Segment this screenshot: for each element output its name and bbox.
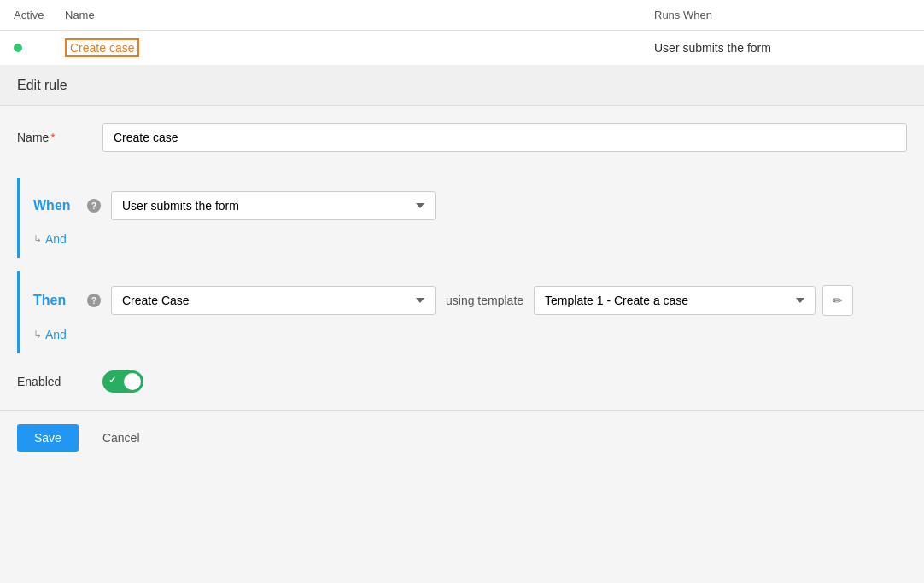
save-button[interactable]: Save <box>17 424 79 452</box>
enabled-row: Enabled ✓ <box>0 353 924 410</box>
then-bordered-block: Then ? Create Case Send Email Update Fie… <box>17 271 907 353</box>
pencil-icon: ✏ <box>833 294 843 307</box>
table-header: Active Name Runs When <box>0 0 924 31</box>
when-label: When <box>33 198 80 213</box>
when-block-wrapper: When ? User submits the form User views … <box>0 178 924 258</box>
rule-name-link[interactable]: Create case <box>65 38 139 57</box>
header-name: Name <box>65 9 654 21</box>
when-condition-row: When ? User submits the form User views … <box>20 178 907 229</box>
then-and-row: ↳ And <box>20 324 907 353</box>
enabled-label: Enabled <box>17 375 85 388</box>
name-section: Name* <box>0 106 924 178</box>
active-dot-icon <box>14 44 22 52</box>
header-active: Active <box>14 9 65 21</box>
when-and-link[interactable]: And <box>45 232 67 246</box>
edit-rule-panel: Edit rule Name* When ? User submits the … <box>0 66 924 465</box>
when-help-icon[interactable]: ? <box>87 199 101 213</box>
footer-row: Save Cancel <box>0 410 924 465</box>
toggle-thumb <box>124 373 141 390</box>
section-divider <box>0 258 924 271</box>
then-and-arrow-icon: ↳ <box>33 329 42 341</box>
then-label: Then <box>33 293 80 308</box>
table-row: Create case User submits the form <box>0 31 924 66</box>
name-input[interactable] <box>102 123 907 152</box>
rule-name-cell: Create case <box>65 41 654 55</box>
name-row: Name* <box>17 123 907 152</box>
toggle-track[interactable]: ✓ <box>102 370 143 393</box>
cancel-button[interactable]: Cancel <box>89 424 154 452</box>
then-help-icon[interactable]: ? <box>87 294 101 307</box>
edit-template-button[interactable]: ✏ <box>822 285 853 316</box>
required-star: * <box>50 131 55 144</box>
runs-when-cell: User submits the form <box>654 41 910 55</box>
then-condition-row: Then ? Create Case Send Email Update Fie… <box>20 271 907 324</box>
then-block-wrapper: Then ? Create Case Send Email Update Fie… <box>0 271 924 353</box>
then-select[interactable]: Create Case Send Email Update Field <box>111 286 436 315</box>
using-template-label: using template <box>446 294 523 307</box>
template-select[interactable]: Template 1 - Create a case Template 2 Te… <box>534 286 816 315</box>
edit-rule-title: Edit rule <box>0 66 924 106</box>
and-arrow-icon: ↳ <box>33 233 42 245</box>
enabled-toggle[interactable]: ✓ <box>102 370 143 393</box>
active-status <box>14 41 65 55</box>
then-and-link[interactable]: And <box>45 328 67 341</box>
name-label: Name* <box>17 131 85 144</box>
when-bordered-block: When ? User submits the form User views … <box>17 178 907 258</box>
when-select[interactable]: User submits the form User views the for… <box>111 191 436 220</box>
toggle-check-icon: ✓ <box>108 375 116 386</box>
header-runs-when: Runs When <box>654 9 910 21</box>
when-and-row: ↳ And <box>20 229 907 258</box>
